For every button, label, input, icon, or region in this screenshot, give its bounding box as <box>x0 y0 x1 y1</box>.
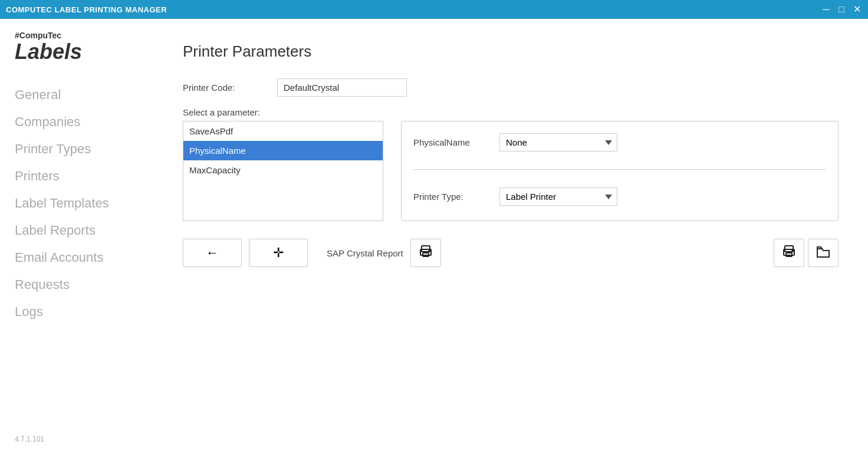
sidebar-item-printer-types[interactable]: Printer Types <box>12 136 153 163</box>
sidebar-item-requests[interactable]: Requests <box>12 271 153 298</box>
move-icon: ✛ <box>273 245 284 261</box>
back-icon: ← <box>206 245 219 261</box>
right-icon-group <box>774 239 839 267</box>
params-columns: SaveAsPdf PhysicalName MaxCapacity Physi… <box>183 121 839 221</box>
printer-code-row: Printer Code: <box>183 78 839 97</box>
page-title: Printer Parameters <box>183 42 839 61</box>
printer-type-select[interactable]: Label Printer <box>499 187 617 206</box>
sap-crystal-print-button[interactable] <box>410 239 441 267</box>
param-item-physical-name[interactable]: PhysicalName <box>183 141 383 160</box>
back-button[interactable]: ← <box>183 239 242 267</box>
param-item-save-as-pdf[interactable]: SaveAsPdf <box>183 121 383 141</box>
param-list: SaveAsPdf PhysicalName MaxCapacity <box>183 121 383 221</box>
move-button[interactable]: ✛ <box>249 239 308 267</box>
sidebar-item-label-templates[interactable]: Label Templates <box>12 190 153 217</box>
param-list-container: SaveAsPdf PhysicalName MaxCapacity <box>183 121 383 221</box>
maximize-button[interactable]: □ <box>836 4 847 15</box>
open-button[interactable] <box>808 239 839 267</box>
param-item-max-capacity[interactable]: MaxCapacity <box>183 160 383 180</box>
physical-name-select[interactable]: None <box>499 133 617 152</box>
logo-hashtag: #CompuTec <box>15 31 153 40</box>
minimize-button[interactable]: ─ <box>821 4 831 15</box>
title-bar: COMPUTEC LABEL PRINTING MANAGER ─ □ ✕ <box>0 0 868 19</box>
logo: #CompuTec Labels <box>12 31 153 64</box>
version-label: 4.7.1.101 <box>12 429 153 449</box>
sap-crystal-print-icon <box>419 245 433 262</box>
right-panel: PhysicalName None Printer Type: Label Pr… <box>401 121 839 221</box>
app-title: COMPUTEC LABEL PRINTING MANAGER <box>6 5 167 14</box>
bottom-bar: ← ✛ SAP Crystal Report <box>183 239 839 267</box>
sidebar: #CompuTec Labels General Companies Print… <box>0 19 153 461</box>
sidebar-item-email-accounts[interactable]: Email Accounts <box>12 244 153 271</box>
logo-labels: Labels <box>15 39 82 64</box>
svg-point-7 <box>792 251 793 252</box>
physical-name-row: PhysicalName None <box>413 133 826 152</box>
main-content: Printer Parameters Printer Code: Select … <box>153 19 868 461</box>
close-button[interactable]: ✕ <box>851 4 862 15</box>
print-button[interactable] <box>774 239 804 267</box>
printer-code-label: Printer Code: <box>183 83 277 93</box>
printer-code-input[interactable] <box>277 78 407 97</box>
sap-crystal-label: SAP Crystal Report <box>327 248 403 258</box>
sidebar-item-general[interactable]: General <box>12 81 153 108</box>
window-controls: ─ □ ✕ <box>821 4 862 15</box>
app-body: #CompuTec Labels General Companies Print… <box>0 19 868 461</box>
open-folder-icon <box>816 245 830 261</box>
printer-type-row: Printer Type: Label Printer <box>413 187 826 206</box>
printer-type-label: Printer Type: <box>413 192 490 202</box>
svg-point-3 <box>429 251 430 252</box>
sidebar-item-printers[interactable]: Printers <box>12 163 153 190</box>
physical-name-label: PhysicalName <box>413 137 490 147</box>
sidebar-item-label-reports[interactable]: Label Reports <box>12 217 153 244</box>
print-icon <box>782 245 796 262</box>
select-param-label: Select a parameter: <box>183 107 839 117</box>
panel-divider <box>413 169 826 170</box>
sidebar-item-companies[interactable]: Companies <box>12 108 153 136</box>
sidebar-item-logs[interactable]: Logs <box>12 298 153 325</box>
